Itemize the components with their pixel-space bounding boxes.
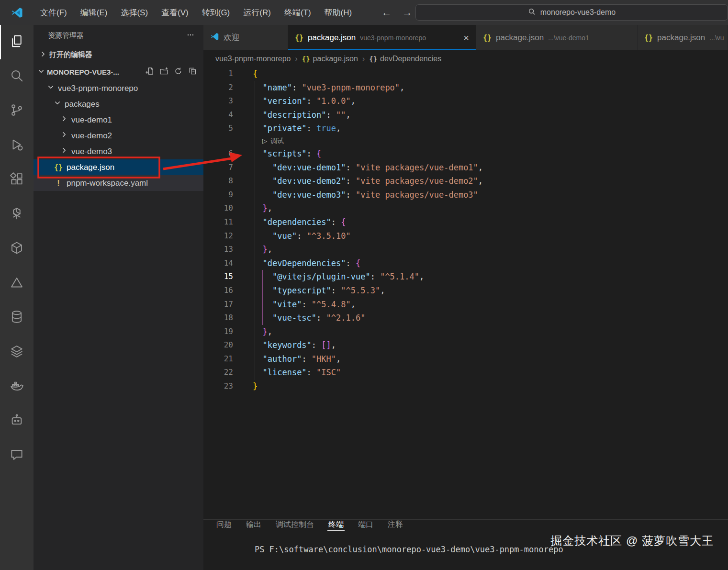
code-line-8[interactable]: 8 "dev:vue-demo2": "vite packages/vue-de… [203,174,728,188]
activity-feedback[interactable] [0,438,34,473]
tree-item-vue-demo3[interactable]: vue-demo3 [34,144,203,159]
breadcrumb-label: vue3-pnpm-monorepo [215,55,291,63]
code-line-17[interactable]: 17 "vite": "^5.4.8", [203,298,728,312]
code-text: "scripts": { [233,147,321,161]
panel-tab-debug-console[interactable]: 调试控制台 [275,520,315,531]
tab-package-json-vue-demo1[interactable]: {}package.json...\vue-demo1 [476,25,638,50]
breadcrumb-label: devDependencies [380,55,441,63]
code-text: "devDependencies": { [233,257,360,270]
open-editors-section[interactable]: 打开的编辑器 [34,46,203,63]
activity-extensions[interactable] [0,163,34,197]
code-text: "dependencies": { [233,215,346,229]
breadcrumb-item-vue3-pnpm-monorepo[interactable]: vue3-pnpm-monorepo [215,55,291,63]
tab-welcome[interactable]: 欢迎 [203,25,288,50]
code-text: }, [233,325,272,339]
line-number: 13 [203,243,233,257]
code-line-1[interactable]: 1{ [203,67,728,81]
activity-run-debug[interactable] [0,128,34,163]
activity-vercel[interactable] [0,266,34,301]
code-line-20[interactable]: 20 "keywords": [], [203,338,728,352]
debug-codelens[interactable]: ▷调试 [203,135,728,147]
activity-search[interactable] [0,59,34,94]
tree-item-vue3-pnpm-monorepo[interactable]: vue3-pnpm-monorepo [34,80,203,96]
tab-package-json-root[interactable]: {}package.jsonvue3-pnpm-monorepo× [288,25,476,50]
workspace-section-header[interactable]: MONOREPO-VUE3-... [34,63,203,80]
command-center-search[interactable]: monorepo-vue3-demo [415,4,728,21]
code-line-2[interactable]: 2 "name": "vue3-pnpm-monorepo", [203,81,728,95]
back-arrow-icon[interactable]: ← [381,7,392,18]
refresh-icon[interactable] [174,67,182,77]
code-line-19[interactable]: 19 }, [203,325,728,339]
code-line-21[interactable]: 21 "author": "HKH", [203,352,728,366]
code-line-18[interactable]: 18 "vue-tsc": "^2.1.6" [203,311,728,325]
code-line-7[interactable]: 7 "dev:vue-demo1": "vite packages/vue-de… [203,161,728,175]
code-text: "vite": "^5.4.8", [233,298,356,312]
line-number: 9 [203,188,233,202]
menu-edit[interactable]: 编辑(E) [74,4,114,21]
code-text: "dev:vue-demo1": "vite packages/vue-demo… [233,161,483,175]
chevron-right-icon [60,146,68,156]
new-folder-icon[interactable] [160,67,168,77]
code-line-9[interactable]: 9 "dev:vue-demo3": "vite packages/vue-de… [203,188,728,202]
activity-package-tool[interactable] [0,232,34,266]
tab-package-json-clipped[interactable]: {}package.json...\vu [638,25,728,50]
code-line-3[interactable]: 3 "version": "1.0.0", [203,94,728,108]
menu-help[interactable]: 帮助(H) [318,4,359,21]
menu-selection[interactable]: 选择(S) [114,4,155,21]
activity-ai-assistant[interactable] [0,404,34,438]
line-number: 11 [203,215,233,229]
tab-description: ...\vu [709,34,724,42]
code-line-11[interactable]: 11 "dependencies": { [203,215,728,229]
code-line-6[interactable]: 6 "scripts": { [203,147,728,161]
panel-tab-comments[interactable]: 注释 [387,520,404,531]
code-line-12[interactable]: 12 "vue": "^3.5.10" [203,229,728,243]
activity-explorer[interactable] [0,25,34,59]
vscode-icon [210,32,219,44]
forward-arrow-icon[interactable]: → [402,7,412,18]
new-file-icon[interactable] [146,67,154,77]
line-number: 3 [203,94,233,108]
collapse-all-icon[interactable] [189,67,197,77]
breadcrumb-item-package.json[interactable]: {}package.json [302,55,358,63]
extensions-icon [10,172,24,188]
panel-tab-problems[interactable]: 问题 [215,520,233,531]
menu-run[interactable]: 运行(R) [236,4,278,21]
code-line-23[interactable]: 23} [203,380,728,393]
menu-terminal[interactable]: 终端(T) [278,4,318,21]
code-line-22[interactable]: 22 "license": "ISC" [203,366,728,380]
terminal[interactable]: PS F:\software\conclusion\monorepo-vue3-… [203,531,728,570]
breadcrumb-separator-icon: › [362,55,365,63]
panel-tab-terminal[interactable]: 终端 [327,520,345,531]
tree-item-pnpm-workspace.yaml[interactable]: !pnpm-workspace.yaml [34,175,203,191]
tree-item-vue-demo1[interactable]: vue-demo1 [34,112,203,128]
panel-tab-output[interactable]: 输出 [245,520,262,531]
menu-file[interactable]: 文件(F) [34,4,74,21]
code-line-4[interactable]: 4 "description": "", [203,108,728,122]
tree-item-package.json[interactable]: {}package.json [34,159,203,175]
tree-item-label: packages [65,100,100,109]
code-line-14[interactable]: 14 "devDependencies": { [203,257,728,270]
more-actions-icon[interactable] [186,31,195,41]
menu-view[interactable]: 查看(V) [155,4,195,21]
code-line-5[interactable]: 5 "private": true, [203,122,728,135]
code-text: "description": "", [233,108,351,122]
terminal-prompt: PS F:\software\conclusion\monorepo-vue3-… [255,545,563,554]
line-number: 14 [203,257,233,270]
activity-chatgpt[interactable] [0,197,34,232]
tree-item-vue-demo2[interactable]: vue-demo2 [34,128,203,144]
activity-docker[interactable] [0,369,34,404]
activity-layers[interactable] [0,335,34,369]
code-line-13[interactable]: 13 }, [203,243,728,257]
panel-tab-ports[interactable]: 端口 [357,520,374,531]
menu-go[interactable]: 转到(G) [195,4,237,21]
code-line-15[interactable]: 15 "@vitejs/plugin-vue": "^5.1.4", [203,270,728,284]
breadcrumb-item-devDependencies[interactable]: {}devDependencies [369,55,441,63]
close-icon[interactable]: × [463,33,469,43]
activity-source-control[interactable] [0,94,34,128]
code-line-16[interactable]: 16 "typescript": "^5.5.3", [203,284,728,298]
code-editor[interactable]: 1{2 "name": "vue3-pnpm-monorepo",3 "vers… [203,67,728,519]
tree-item-packages[interactable]: packages [34,96,203,112]
activity-database[interactable] [0,301,34,335]
json-icon: {} [644,34,653,42]
code-line-10[interactable]: 10 }, [203,201,728,215]
